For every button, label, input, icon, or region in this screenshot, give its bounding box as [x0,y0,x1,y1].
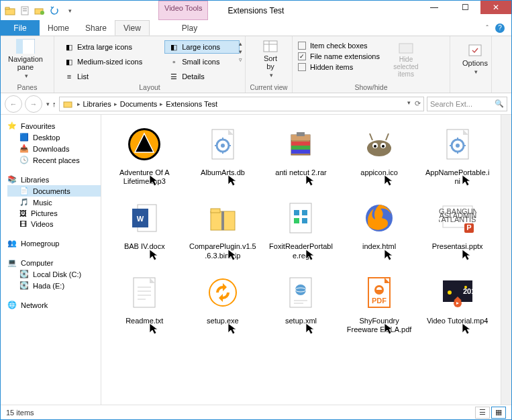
file-icon-gear-doc [436,123,479,166]
layout-expand[interactable]: ▿ [239,56,242,63]
svg-point-33 [374,145,376,148]
sidebar-network[interactable]: 🌐Network [7,299,101,311]
file-name: anti netcut 2.rar [275,168,326,177]
navigation-bar: ← → ▾ ↑ ▸ Libraries▸ Documents▸ Extensio… [1,93,511,115]
ribbon-group-current-view: Sort by ▾ Current view [246,36,293,93]
file-item[interactable]: index.html [342,194,417,262]
file-icon-ppt-thumb: RANCANG BANGUN SISTEMINFORMASI ADMINISTR… [436,197,479,240]
svg-rect-46 [211,209,220,213]
layout-large-icons[interactable]: ◧Large icons [164,40,240,54]
layout-list[interactable]: ≡List [60,70,162,83]
layout-small-icons[interactable]: ▫Small icons [164,55,240,68]
homegroup-icon: 👥 [7,239,17,248]
sidebar-favourites[interactable]: ⭐Favourites [7,120,101,132]
tab-file[interactable]: File [1,20,40,36]
layout-scroll-up[interactable]: ▴ [239,40,242,47]
qat-dropdown-icon[interactable]: ▾ [62,4,76,17]
file-item[interactable]: anti netcut 2.rar [263,120,339,189]
checkbox-hidden-items[interactable]: Hidden items [298,62,380,72]
tab-home[interactable]: Home [40,20,77,36]
tab-view[interactable]: View [115,20,150,36]
network-icon: 🌐 [7,301,17,309]
folder-icon[interactable] [3,4,17,17]
address-dropdown[interactable]: ▾ [407,99,411,108]
file-item[interactable]: setup.xml [263,268,339,337]
crumb-libraries[interactable]: Libraries▸ [83,100,117,108]
collapse-ribbon-icon[interactable]: ˆ [486,24,489,32]
sort-by-button[interactable]: Sort by ▾ [251,39,290,79]
file-item[interactable]: W BAB IV.docx [107,194,183,262]
tab-play[interactable]: Play [174,20,205,36]
file-item[interactable]: AlbumArts.db [185,120,261,189]
back-button[interactable]: ← [5,95,22,113]
sidebar-item-downloads[interactable]: 📥Downloads [7,143,101,154]
svg-rect-27 [291,146,310,150]
help-icon[interactable]: ? [495,23,505,33]
address-bar[interactable]: ▸ Libraries▸ Documents▸ Extensions Test … [59,97,425,111]
navigation-pane: ⭐Favourites 🟦Desktop 📥Downloads 🕓Recent … [1,115,101,405]
new-folder-icon[interactable] [33,4,46,17]
svg-rect-51 [294,218,299,223]
file-item[interactable]: FoxitReaderPortable.reg [263,194,339,262]
svg-point-75 [448,291,452,295]
crumb-current[interactable]: Extensions Test [166,100,217,108]
svg-rect-26 [291,142,310,146]
file-grid[interactable]: Adventure Of A Lifetime.mp3 AlbumArts.db… [101,115,501,405]
sidebar-homegroup[interactable]: 👥Homegroup [7,238,101,249]
sidebar-computer[interactable]: 💻Computer [7,257,101,268]
sidebar-libraries[interactable]: 📚Libraries [7,174,101,185]
sidebar-item-documents[interactable]: 📄Documents [7,185,101,197]
sidebar-item-desktop[interactable]: 🟦Desktop [7,132,101,143]
file-name: setup.exe [207,317,239,325]
file-item[interactable]: Adventure Of A Lifetime.mp3 [107,120,183,189]
file-item[interactable]: ComparePlugin.v1.5.6.3.bin.zip [185,194,261,262]
minimize-button[interactable]: — [419,1,450,14]
tab-share[interactable]: Share [77,20,115,36]
layout-details[interactable]: ☰Details [164,70,240,83]
window-controls: — ☐ ✕ [419,1,511,14]
sidebar-item-music[interactable]: 🎵Music [7,197,101,208]
up-button[interactable]: ↑ [52,100,56,108]
file-item[interactable]: RANCANG BANGUN SISTEMINFORMASI ADMINISTR… [419,194,495,262]
file-item[interactable]: setup.exe [185,268,261,337]
file-item[interactable]: appicon.ico [342,120,417,189]
vertical-scrollbar[interactable] [501,115,511,405]
sidebar-item-e-drive[interactable]: 💽Hada (E:) [7,280,101,291]
undo-icon[interactable] [48,4,61,17]
options-button[interactable]: Options ▾ [456,39,495,79]
ribbon-group-show-hide: Item check boxes ✓File name extensions H… [293,36,450,93]
desktop-icon: 🟦 [19,133,29,142]
layout-medium-icons[interactable]: ◧Medium-sized icons [60,55,162,68]
layout-extra-large-icons[interactable]: ◧Extra large icons [60,40,162,54]
details-icon: ☰ [168,71,179,82]
maximize-button[interactable]: ☐ [450,1,480,14]
properties-icon[interactable] [18,4,32,17]
star-icon: ⭐ [7,121,17,130]
file-item[interactable]: 201 Video Tutorial.mp4 [419,268,495,337]
sidebar-item-recent[interactable]: 🕓Recent places [7,154,101,166]
checkbox-file-name-extensions[interactable]: ✓File name extensions [298,51,380,62]
file-icon-zip-folder [201,197,244,240]
file-name: FoxitReaderPortable.reg [267,242,334,260]
svg-point-37 [456,144,460,148]
navigation-pane-button[interactable]: Navigation pane ▾ [6,39,45,79]
svg-text:P: P [466,223,471,231]
forward-button[interactable]: → [25,95,42,113]
layout-scroll-down[interactable]: ▾ [239,48,242,55]
history-dropdown[interactable]: ▾ [46,101,50,107]
details-view-toggle[interactable]: ☰ [475,407,490,419]
file-item[interactable]: PDF ShyFoundry Freeware EULA.pdf [342,268,417,337]
sidebar-item-videos[interactable]: 🎞Videos [7,219,101,229]
file-icon-video: 201 [436,271,479,314]
checkbox-item-check-boxes[interactable]: Item check boxes [298,40,380,51]
file-item[interactable]: AppNamePortable.ini [419,120,495,189]
close-button[interactable]: ✕ [480,1,511,14]
icons-view-toggle[interactable]: ▦ [491,407,506,419]
contextual-tab-video-tools[interactable]: Video Tools [158,1,208,20]
refresh-button[interactable]: ⟳ [415,99,421,108]
crumb-documents[interactable]: Documents▸ [120,100,164,108]
file-item[interactable]: Readme.txt [107,268,183,337]
search-input[interactable]: Search Ext... 🔍 [427,97,507,111]
sidebar-item-pictures[interactable]: 🖼Pictures [7,208,101,219]
sidebar-item-c-drive[interactable]: 💽Local Disk (C:) [7,268,101,280]
